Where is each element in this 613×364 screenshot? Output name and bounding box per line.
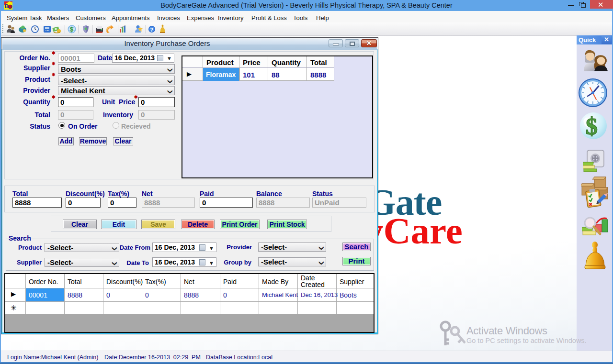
- svg-text:$: $: [586, 113, 598, 140]
- svg-text:$: $: [70, 26, 74, 33]
- svg-text:?: ?: [150, 27, 154, 33]
